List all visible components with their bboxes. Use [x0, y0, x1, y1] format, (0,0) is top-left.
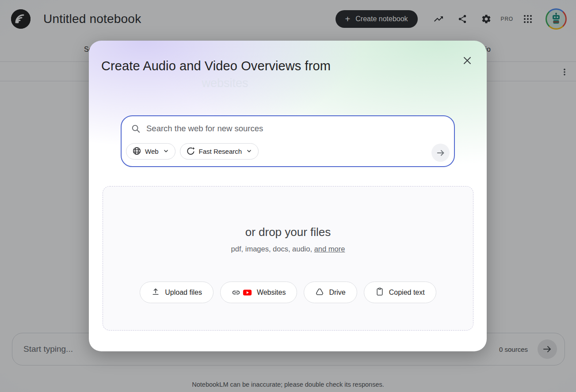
drive-label: Drive [329, 289, 345, 297]
drive-icon [315, 287, 324, 298]
source-type-label: Web [145, 148, 159, 155]
modal-title: Create Audio and Video Overviews from [101, 59, 349, 73]
dropzone-subtext: pdf, images, docs, audio, and more [103, 245, 473, 253]
research-mode-dropdown[interactable]: Fast Research [180, 143, 259, 160]
search-filter-chips: Web Fast Research [126, 143, 259, 160]
close-icon[interactable] [461, 54, 473, 67]
clipboard-icon [375, 287, 384, 298]
link-youtube-icon [232, 288, 252, 297]
websites-label: Websites [257, 289, 286, 297]
search-submit-button[interactable] [431, 144, 450, 162]
globe-icon [132, 146, 141, 157]
drive-button[interactable]: Drive [304, 282, 357, 303]
file-dropzone[interactable]: or drop your files pdf, images, docs, au… [103, 186, 473, 331]
youtube-icon [243, 289, 252, 296]
dropzone-heading: or drop your files [103, 225, 473, 239]
dropzone-filetypes: pdf, images, docs, audio, [231, 245, 312, 253]
chevron-down-icon [162, 147, 170, 156]
search-row [122, 116, 454, 133]
research-mode-label: Fast Research [199, 148, 242, 155]
upload-files-label: Upload files [165, 289, 202, 297]
source-buttons-row: Upload files Websites [103, 282, 473, 303]
modal-title-block: Create Audio and Video Overviews from we… [101, 59, 349, 90]
search-input[interactable] [146, 124, 445, 133]
research-sparkle-icon [186, 146, 195, 157]
source-type-dropdown[interactable]: Web [126, 143, 175, 160]
and-more-link[interactable]: and more [314, 245, 345, 253]
copied-text-label: Copied text [389, 289, 425, 297]
notebooklm-app: Untitled notebook + Create notebook PRO [0, 0, 576, 392]
modal-title-rotating-word: websites [101, 76, 349, 90]
chevron-down-icon [245, 147, 253, 156]
websites-button[interactable]: Websites [220, 282, 298, 303]
add-sources-modal: Create Audio and Video Overviews from we… [89, 41, 487, 351]
upload-icon [151, 287, 160, 298]
copied-text-button[interactable]: Copied text [364, 282, 436, 303]
web-search-box: Web Fast Research [121, 115, 455, 167]
upload-files-button[interactable]: Upload files [140, 282, 214, 303]
search-icon [131, 124, 141, 133]
